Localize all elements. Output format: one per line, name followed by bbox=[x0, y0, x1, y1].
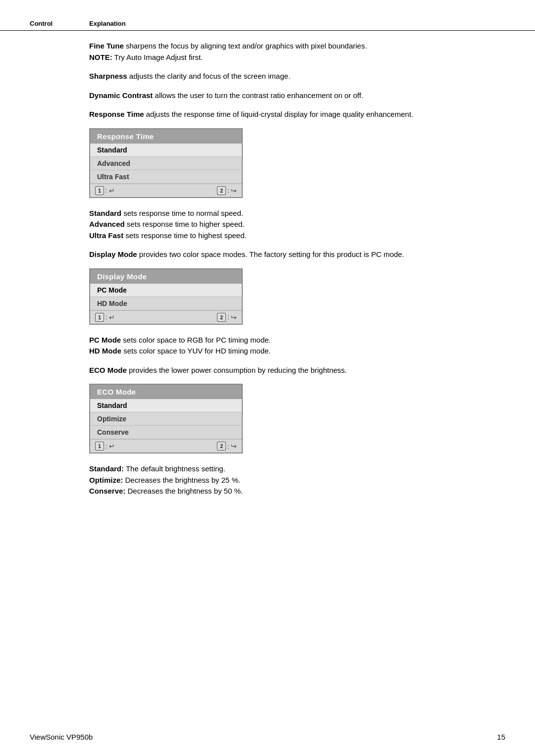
eco-mode-item-conserve[interactable]: Conserve bbox=[90, 426, 242, 439]
eco-std-text: The default brightness setting. bbox=[124, 464, 225, 473]
response-time-item-advanced[interactable]: Advanced bbox=[90, 157, 242, 170]
response-time-colon-right: : bbox=[227, 187, 229, 194]
display-mode-menu: Display Mode PC Mode HD Mode 1 : ↵ 2 : ↪ bbox=[89, 268, 243, 325]
display-mode-menu-title: Display Mode bbox=[90, 269, 242, 284]
eco-mode-footer-left: 1 : ↵ bbox=[95, 442, 115, 451]
eco-mode-term: ECO Mode bbox=[89, 366, 127, 374]
eco-mode-item-standard[interactable]: Standard bbox=[90, 399, 242, 412]
page-footer: ViewSonic VP950b 15 bbox=[0, 733, 535, 741]
eco-mode-colon-right: : bbox=[227, 443, 229, 450]
eco-mode-btn2: 2 bbox=[217, 442, 226, 451]
response-time-paragraph: Response Time adjusts the response time … bbox=[89, 109, 505, 120]
eco-mode-paragraph: ECO Mode provides the lower power consum… bbox=[89, 365, 505, 376]
display-mode-explanations: PC Mode sets color space to RGB for PC t… bbox=[89, 335, 505, 357]
response-time-menu: Response Time Standard Advanced Ultra Fa… bbox=[89, 128, 243, 198]
fine-tune-term: Fine Tune bbox=[89, 42, 124, 50]
display-mode-paragraph: Display Mode provides two color space mo… bbox=[89, 249, 505, 260]
dm-pc-text: sets color space to RGB for PC timing mo… bbox=[121, 336, 271, 344]
display-mode-item-hd[interactable]: HD Mode bbox=[90, 297, 242, 310]
response-time-description: adjusts the response time of liquid-crys… bbox=[144, 110, 414, 118]
response-time-colon-left: : bbox=[106, 187, 107, 194]
eco-mode-item-optimize[interactable]: Optimize bbox=[90, 412, 242, 426]
response-time-arrow-left: ↵ bbox=[109, 187, 115, 195]
response-time-term: Response Time bbox=[89, 110, 144, 118]
footer-page-number: 15 bbox=[497, 733, 505, 741]
display-mode-btn1: 1 bbox=[95, 313, 104, 322]
display-mode-item-pc[interactable]: PC Mode bbox=[90, 284, 242, 297]
eco-mode-explanations: Standard: The default brightness setting… bbox=[89, 463, 505, 497]
fine-tune-note-label: NOTE: bbox=[89, 53, 112, 61]
eco-mode-menu: ECO Mode Standard Optimize Conserve 1 : … bbox=[89, 384, 243, 454]
rt-std-text: sets response time to normal speed. bbox=[121, 209, 243, 217]
display-mode-btn2: 2 bbox=[217, 313, 226, 322]
response-time-explanations: Standard sets response time to normal sp… bbox=[89, 208, 505, 242]
footer-brand: ViewSonic VP950b bbox=[30, 733, 93, 741]
eco-mode-btn1: 1 bbox=[95, 442, 104, 451]
eco-mode-arrow-right: ↪ bbox=[231, 442, 237, 450]
display-mode-arrow-right: ↪ bbox=[231, 313, 237, 321]
display-mode-footer-left: 1 : ↵ bbox=[95, 313, 115, 322]
brand-name: ViewSonic bbox=[30, 733, 64, 741]
header-control-label: Control bbox=[30, 20, 89, 27]
main-content: Fine Tune sharpens the focus by aligning… bbox=[0, 41, 535, 497]
display-mode-footer-right: 2 : ↪ bbox=[217, 313, 237, 322]
rt-uf-text: sets response time to highest speed. bbox=[123, 231, 246, 240]
rt-uf-term: Ultra Fast bbox=[89, 231, 123, 240]
display-mode-colon-right: : bbox=[227, 313, 229, 321]
model-name: VP950b bbox=[66, 733, 93, 741]
rt-adv-term: Advanced bbox=[89, 220, 125, 228]
response-time-btn2: 2 bbox=[217, 186, 226, 195]
response-time-menu-footer: 1 : ↵ 2 : ↪ bbox=[90, 184, 242, 197]
eco-std-term: Standard: bbox=[89, 464, 124, 473]
eco-opt-term: Optimize: bbox=[89, 476, 123, 484]
dm-hd-term: HD Mode bbox=[89, 347, 121, 355]
header-row: Control Explanation bbox=[0, 20, 535, 31]
response-time-btn1: 1 bbox=[95, 186, 104, 195]
dynamic-contrast-description: allows the user to turn the contrast rat… bbox=[153, 91, 363, 100]
eco-mode-arrow-left: ↵ bbox=[109, 442, 115, 450]
eco-con-text: Decreases the brightness by 50 %. bbox=[125, 487, 243, 495]
response-time-menu-title: Response Time bbox=[90, 129, 242, 144]
sharpness-term: Sharpness bbox=[89, 72, 127, 80]
rt-std-term: Standard bbox=[89, 209, 121, 217]
response-time-footer-right: 2 : ↪ bbox=[217, 186, 237, 195]
display-mode-term: Display Mode bbox=[89, 250, 137, 258]
header-explanation-label: Explanation bbox=[89, 20, 126, 27]
display-mode-menu-footer: 1 : ↵ 2 : ↪ bbox=[90, 310, 242, 324]
dynamic-contrast-term: Dynamic Contrast bbox=[89, 91, 153, 100]
rt-adv-text: sets response time to higher speed. bbox=[125, 220, 245, 228]
sharpness-paragraph: Sharpness adjusts the clarity and focus … bbox=[89, 71, 505, 82]
dynamic-contrast-paragraph: Dynamic Contrast allows the user to turn… bbox=[89, 90, 505, 101]
response-time-footer-left: 1 : ↵ bbox=[95, 186, 115, 195]
fine-tune-paragraph: Fine Tune sharpens the focus by aligning… bbox=[89, 41, 505, 63]
display-mode-arrow-left: ↵ bbox=[109, 313, 115, 321]
dm-hd-text: sets color space to YUV for HD timing mo… bbox=[121, 347, 271, 355]
fine-tune-description: sharpens the focus by aligning text and/… bbox=[124, 42, 367, 50]
eco-con-term: Conserve: bbox=[89, 487, 125, 495]
eco-mode-menu-footer: 1 : ↵ 2 : ↪ bbox=[90, 439, 242, 453]
eco-mode-colon-left: : bbox=[106, 443, 107, 450]
display-mode-colon-left: : bbox=[106, 313, 107, 321]
response-time-item-ultrafast[interactable]: Ultra Fast bbox=[90, 170, 242, 184]
page-container: Control Explanation Fine Tune sharpens t… bbox=[0, 0, 535, 756]
eco-opt-text: Decreases the brightness by 25 %. bbox=[123, 476, 240, 484]
sharpness-description: adjusts the clarity and focus of the scr… bbox=[127, 72, 290, 80]
eco-mode-footer-right: 2 : ↪ bbox=[217, 442, 237, 451]
response-time-arrow-right: ↪ bbox=[231, 187, 237, 195]
dm-pc-term: PC Mode bbox=[89, 336, 121, 344]
display-mode-description: provides two color space modes. The fact… bbox=[137, 250, 404, 258]
eco-mode-menu-title: ECO Mode bbox=[90, 385, 242, 399]
fine-tune-note-text: Try Auto Image Adjust first. bbox=[112, 53, 203, 61]
eco-mode-description: provides the lower power consumption by … bbox=[127, 366, 347, 374]
response-time-item-standard[interactable]: Standard bbox=[90, 144, 242, 157]
